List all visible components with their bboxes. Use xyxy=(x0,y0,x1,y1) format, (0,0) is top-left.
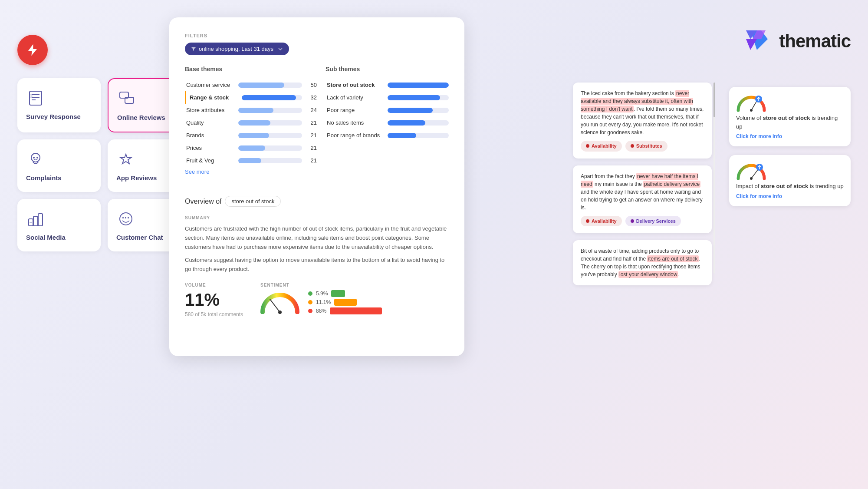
trend-link-1[interactable]: Click for more info xyxy=(736,133,844,139)
themes-section: Base themes Customer service 50 Range & … xyxy=(185,66,449,185)
sidebar-item-complaints[interactable]: Complaints xyxy=(17,139,101,192)
filter-pill[interactable]: online shopping, Last 31 days xyxy=(185,43,289,55)
tag-label: Availability xyxy=(592,218,617,225)
sub-themes-title: Sub themes xyxy=(326,66,449,73)
social-media-icon xyxy=(26,209,45,228)
sentiment-gauge-area: 5.9% 11.1% 88% xyxy=(260,290,449,314)
sub-theme-name: Lack of variety xyxy=(327,94,383,101)
theme-bar xyxy=(238,145,302,151)
sub-theme-row-out-of-stock[interactable]: Store of out stock xyxy=(326,79,449,91)
volume-block: VOLUME 11% 580 of 5k total comments xyxy=(185,283,243,317)
social-media-label: Social Media xyxy=(26,234,66,241)
tag-availability-1[interactable]: Availability xyxy=(581,141,622,152)
filter-icon xyxy=(191,46,196,52)
sent-row-negative: 88% xyxy=(308,307,382,314)
review-text-3: Bit of a waste of time, adding products … xyxy=(581,247,704,278)
thematic-logo-text: thematic xyxy=(779,31,851,52)
svg-rect-14 xyxy=(38,214,43,226)
svg-point-10 xyxy=(36,157,38,159)
theme-row-quality[interactable]: Quality 21 xyxy=(185,116,317,129)
tag-substitutes[interactable]: Substitutes xyxy=(625,141,667,152)
main-panel: FILTERS online shopping, Last 31 days Ba… xyxy=(169,17,464,356)
theme-bar xyxy=(238,133,302,138)
trend-card-impact: Impact of store out of stock is trending… xyxy=(729,155,851,206)
theme-bar xyxy=(242,95,302,100)
complaints-label: Complaints xyxy=(26,174,62,182)
neutral-dot xyxy=(308,300,312,304)
sub-theme-bar xyxy=(388,95,449,100)
svg-line-29 xyxy=(751,170,758,178)
positive-pct: 5.9% xyxy=(316,291,328,297)
summary-text-1: Customers are frustrated with the high n… xyxy=(185,225,449,251)
customer-chat-icon xyxy=(116,209,135,228)
negative-pct: 88% xyxy=(316,308,326,314)
review-tags-2: Availability Delivery Services xyxy=(581,216,704,227)
theme-name: Store attributes xyxy=(186,107,234,113)
svg-point-27 xyxy=(750,109,753,112)
svg-point-8 xyxy=(31,153,40,162)
theme-count: 21 xyxy=(306,145,317,151)
sidebar-item-survey[interactable]: Survey Response xyxy=(17,78,101,132)
summary-text-2: Customers suggest having the option to m… xyxy=(185,256,449,274)
theme-count: 32 xyxy=(306,94,317,101)
trending-cards: Volume of store out of stock is trending… xyxy=(729,87,851,206)
logo-area: thematic xyxy=(742,26,851,56)
survey-icon xyxy=(26,89,45,108)
review-cards: The iced cake from the bakery section is… xyxy=(573,83,712,292)
sub-theme-row-poor-range[interactable]: Poor range xyxy=(326,104,449,116)
source-cards-grid: Survey Response Online Reviews Complaint… xyxy=(17,78,191,251)
tag-label: Availability xyxy=(592,142,617,150)
theme-bar xyxy=(238,120,302,126)
customer-chat-label: Customer Chat xyxy=(116,234,163,241)
theme-row-fruit-veg[interactable]: Fruit & Veg 21 xyxy=(185,154,317,167)
theme-row-store-attributes[interactable]: Store attributes 24 xyxy=(185,104,317,116)
overview-of-text: Overview of xyxy=(185,198,221,205)
svg-rect-17 xyxy=(122,217,124,218)
complaints-icon xyxy=(26,150,45,169)
svg-rect-5 xyxy=(30,96,33,98)
sub-theme-row-poor-range-brands[interactable]: Poor range of brands xyxy=(326,129,449,142)
theme-row-range-stock[interactable]: Range & stock 32 xyxy=(185,91,317,104)
app-reviews-label: App Reviews xyxy=(116,174,157,182)
app-reviews-icon xyxy=(116,150,135,169)
svg-point-21 xyxy=(278,311,282,314)
volume-number: 11% xyxy=(185,290,243,310)
summary-label: SUMMARY xyxy=(185,215,449,220)
see-more-link[interactable]: See more xyxy=(185,169,317,175)
trend-text-2: Impact of store out of stock is trending… xyxy=(736,182,844,191)
tag-delivery-services[interactable]: Delivery Services xyxy=(625,216,681,227)
tag-dot xyxy=(631,219,634,223)
sub-theme-row-variety[interactable]: Lack of variety xyxy=(326,91,449,104)
trend-text-1: Volume of store out of stock is trending… xyxy=(736,114,844,131)
volume-label: VOLUME xyxy=(185,283,243,287)
base-themes-title: Base themes xyxy=(185,66,317,73)
theme-name: Fruit & Veg xyxy=(186,157,234,164)
theme-name: Prices xyxy=(186,145,234,151)
scroll-thumb[interactable] xyxy=(713,83,715,117)
negative-dot xyxy=(308,309,312,313)
sub-theme-bar xyxy=(388,133,449,138)
tag-label: Substitutes xyxy=(636,142,662,150)
sidebar-item-social-media[interactable]: Social Media xyxy=(17,199,101,251)
negative-bar xyxy=(330,307,382,314)
trend-link-2[interactable]: Click for more info xyxy=(736,193,844,199)
svg-point-16 xyxy=(120,213,132,225)
survey-label: Survey Response xyxy=(26,113,81,120)
svg-point-30 xyxy=(750,177,753,180)
sentiment-label: SENTIMENT xyxy=(260,283,449,287)
svg-rect-13 xyxy=(33,216,38,226)
sentiment-block: SENTIMENT xyxy=(260,283,449,317)
theme-row-brands[interactable]: Brands 21 xyxy=(185,129,317,142)
sub-theme-row-no-sales[interactable]: No sales items xyxy=(326,116,449,129)
theme-count: 21 xyxy=(306,119,317,126)
trend-gauge-2 xyxy=(736,162,766,180)
app-icon[interactable] xyxy=(17,35,48,65)
theme-count: 24 xyxy=(306,107,317,113)
theme-name: Range & stock xyxy=(190,94,237,101)
svg-rect-15 xyxy=(30,222,32,223)
sub-theme-bar xyxy=(388,120,449,126)
overview-pill[interactable]: store out of stock xyxy=(225,196,281,207)
theme-row-prices[interactable]: Prices 21 xyxy=(185,142,317,154)
theme-row-customer-service[interactable]: Customer service 50 xyxy=(185,79,317,91)
tag-availability-2[interactable]: Availability xyxy=(581,216,622,227)
